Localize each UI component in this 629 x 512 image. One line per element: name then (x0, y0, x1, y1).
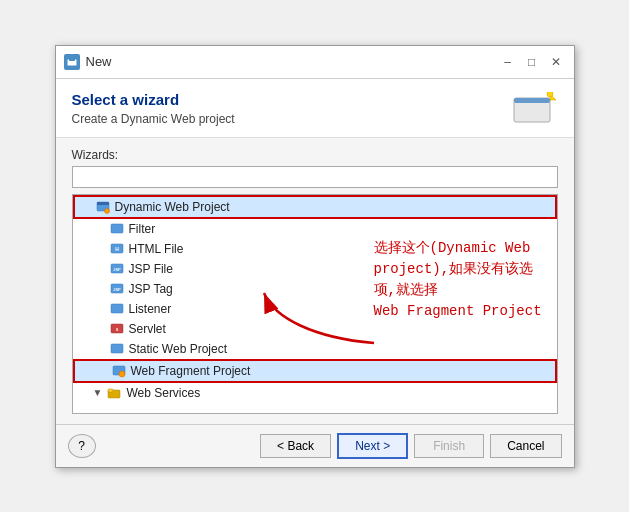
servlet-icon: S (109, 321, 125, 337)
svg-text:JSP: JSP (113, 287, 121, 292)
window-title: New (86, 54, 112, 69)
title-bar-left: New (64, 54, 112, 70)
tree-item-html-file[interactable]: H HTML File (73, 239, 557, 259)
tree-item-jsp-tag[interactable]: JSP JSP Tag (73, 279, 557, 299)
minimize-button[interactable]: – (498, 52, 518, 72)
tree-item-label: Filter (129, 222, 156, 236)
finish-button[interactable]: Finish (414, 434, 484, 458)
html-icon: H (109, 241, 125, 257)
footer: ? < Back Next > Finish Cancel (56, 424, 574, 467)
tree-item-label: Servlet (129, 322, 166, 336)
tree-item-label: JSP File (129, 262, 173, 276)
tree-item-label: Static Web Project (129, 342, 227, 356)
help-button[interactable]: ? (68, 434, 96, 458)
web-icon (95, 199, 111, 215)
tree-item-web-fragment-project[interactable]: Web Fragment Project (73, 359, 557, 383)
tree-item-label: Dynamic Web Project (115, 200, 230, 214)
title-controls: – □ ✕ (498, 52, 566, 72)
window-icon (64, 54, 80, 70)
svg-rect-7 (97, 202, 109, 205)
search-input[interactable] (72, 166, 558, 188)
close-button[interactable]: ✕ (546, 52, 566, 72)
header-icon (510, 91, 558, 127)
svg-point-21 (119, 371, 125, 377)
header-subtitle: Create a Dynamic Web project (72, 112, 235, 126)
tree-item-filter[interactable]: Filter (73, 219, 557, 239)
jsptag-icon: JSP (109, 281, 125, 297)
listener-icon (109, 301, 125, 317)
svg-rect-9 (111, 224, 123, 233)
header: Select a wizard Create a Dynamic Web pro… (56, 79, 574, 138)
wizards-label: Wizards: (72, 148, 558, 162)
tree-item-label: HTML File (129, 242, 184, 256)
tree-item-label: Web Services (126, 386, 200, 400)
maximize-button[interactable]: □ (522, 52, 542, 72)
svg-rect-3 (514, 98, 550, 103)
web-fragment-icon (111, 363, 127, 379)
tree-container[interactable]: Dynamic Web Project Filter H (72, 194, 558, 414)
tree-item-listener[interactable]: Listener (73, 299, 557, 319)
svg-rect-23 (108, 389, 113, 392)
svg-text:S: S (115, 327, 118, 332)
header-text: Select a wizard Create a Dynamic Web pro… (72, 91, 235, 126)
svg-text:H: H (115, 246, 119, 252)
svg-text:JSP: JSP (113, 267, 121, 272)
web-icon (109, 221, 125, 237)
tree-item-label: JSP Tag (129, 282, 173, 296)
header-title: Select a wizard (72, 91, 235, 108)
main-window: New – □ ✕ Select a wizard Create a Dynam… (55, 45, 575, 468)
cancel-button[interactable]: Cancel (490, 434, 561, 458)
content-area: Wizards: Dynamic Web Project (56, 138, 574, 424)
tree-item-dynamic-web-project[interactable]: Dynamic Web Project (73, 195, 557, 219)
jsp-icon: JSP (109, 261, 125, 277)
tree-item-jsp-file[interactable]: JSP JSP File (73, 259, 557, 279)
svg-rect-1 (69, 57, 75, 61)
svg-point-5 (547, 92, 553, 97)
next-button[interactable]: Next > (337, 433, 408, 459)
tree-item-label: Listener (129, 302, 172, 316)
svg-rect-19 (111, 344, 123, 353)
svg-rect-16 (111, 304, 123, 313)
tree-item-label: Web Fragment Project (131, 364, 251, 378)
static-web-icon (109, 341, 125, 357)
expand-icon: ▼ (93, 387, 103, 398)
title-bar: New – □ ✕ (56, 46, 574, 79)
folder-icon (106, 385, 122, 401)
tree-item-static-web-project[interactable]: Static Web Project (73, 339, 557, 359)
svg-point-8 (104, 208, 109, 213)
tree-item-web-services[interactable]: ▼ Web Services (73, 383, 557, 403)
back-button[interactable]: < Back (260, 434, 331, 458)
tree-item-servlet[interactable]: S Servlet (73, 319, 557, 339)
